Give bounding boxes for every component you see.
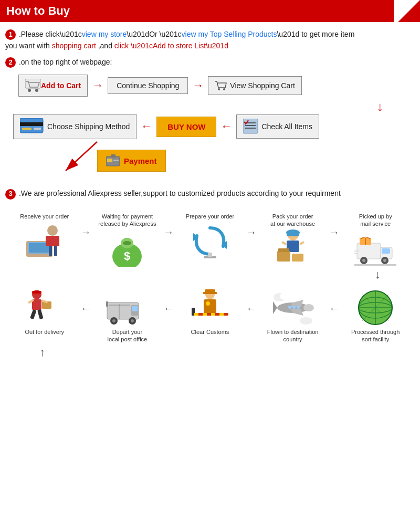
step1-line2: you want with (5, 41, 52, 50)
arrow1: → (92, 79, 103, 92)
process-arrow3: → (246, 226, 257, 238)
continue-shopping-button[interactable]: Continue Shopping (108, 77, 188, 94)
svg-rect-82 (203, 313, 207, 316)
process-arrow8: ← (329, 302, 339, 315)
process-label-prepare: Prepare your order (186, 213, 234, 220)
svg-point-94 (280, 292, 290, 300)
process-row1: Receive your order → Wai (8, 211, 412, 267)
process-item-delivery: Out for delivery (10, 287, 79, 336)
svg-rect-41 (278, 248, 289, 252)
arrow3: ← (141, 120, 152, 133)
svg-point-90 (297, 306, 300, 309)
money-bag-icon: $ (106, 227, 148, 267)
down-arrow: ↓ (377, 99, 383, 114)
svg-rect-39 (277, 251, 290, 262)
svg-rect-43 (299, 241, 304, 245)
process-arrow6: ← (163, 302, 174, 315)
process-item-customs: Clear Customs (176, 287, 244, 336)
check-all-button[interactable]: Check All Items (236, 114, 319, 139)
step3-text: 3 .We are professional Aliexpress seller… (5, 187, 415, 199)
svg-point-95 (300, 317, 312, 325)
svg-rect-60 (30, 309, 37, 319)
svg-point-30 (123, 241, 131, 245)
page-header: How to Buy (0, 0, 420, 22)
delivery-person-icon (24, 287, 66, 326)
arrow4: ← (220, 120, 232, 133)
process-item-flight: Flown to destinationcountry (259, 287, 327, 343)
up-arrow-left: ↑ (8, 346, 412, 359)
svg-rect-40 (292, 254, 303, 262)
choose-shipping-label: Choose Shipping Method (47, 122, 130, 131)
svg-rect-77 (204, 299, 216, 314)
buy-now-label: BUY NOW (167, 122, 205, 131)
step1-end: \u201d to get more item (277, 30, 354, 38)
svg-rect-61 (37, 309, 43, 319)
step1-text: 1 .Please click\u201cview my store\u201d… (5, 28, 415, 52)
process-arrow4: → (329, 226, 339, 238)
choose-shipping-button[interactable]: Choose Shipping Method (13, 114, 136, 139)
process-item-sort: Processed throughsort facility (341, 287, 410, 343)
svg-point-3 (218, 88, 220, 90)
svg-rect-25 (54, 246, 57, 256)
svg-point-2 (35, 89, 38, 92)
process-arrow2: → (163, 226, 174, 238)
top-selling-link[interactable]: view my Top Selling Products (182, 30, 277, 38)
globe-icon (354, 287, 396, 326)
svg-text:$: $ (124, 249, 130, 263)
svg-rect-83 (211, 313, 215, 316)
process-arrow5: ← (81, 302, 91, 315)
svg-rect-24 (49, 246, 52, 256)
arrow2: → (192, 79, 204, 92)
add-to-cart-button[interactable]: Add to Cart (18, 75, 88, 97)
flow-row1: Add to Cart → Continue Shopping → View S… (8, 75, 412, 97)
svg-rect-76 (203, 292, 217, 294)
buy-now-button[interactable]: BUY NOW (156, 117, 216, 137)
add-to-cart-label: Add to Cart (41, 81, 81, 90)
process-item-postoffice: Depart yourlocal post office (93, 287, 162, 343)
down-arrow-right: ↓ (8, 268, 412, 281)
process-item-pack: Pack your orderat our warehouse (259, 211, 327, 267)
flow-diagram: Add to Cart → Continue Shopping → View S… (5, 72, 415, 174)
process-item-pickup: Picked up bymail service (341, 211, 410, 267)
svg-rect-37 (287, 234, 299, 236)
svg-rect-84 (219, 313, 224, 316)
step2-text: 2 .on the top right of webpage: (5, 56, 415, 68)
svg-point-91 (292, 306, 296, 309)
process-label-customs: Clear Customs (191, 328, 229, 336)
receive-order-icon (24, 220, 66, 259)
svg-marker-87 (273, 301, 277, 314)
process-label-flight: Flown to destinationcountry (267, 328, 319, 343)
cart-icon (25, 79, 41, 92)
svg-line-14 (66, 142, 97, 171)
step1-and: ,and (96, 41, 114, 50)
add-to-list-link[interactable]: click \u201cAdd to store List\u201d (114, 41, 228, 50)
process-flow: Receive your order → Wai (5, 208, 415, 363)
process-item-prepare: Prepare your order (176, 211, 244, 259)
svg-point-22 (47, 225, 58, 236)
svg-point-92 (288, 306, 291, 309)
process-row2: Out for delivery ← (8, 287, 412, 343)
svg-point-4 (223, 88, 225, 90)
view-shopping-cart-label: View Shopping Cart (230, 81, 295, 90)
view-cart-icon (215, 80, 227, 91)
down-arrow-container: ↓ (8, 99, 412, 114)
svg-rect-53 (354, 264, 396, 266)
diag-arrow-svg (13, 139, 181, 176)
svg-rect-66 (132, 306, 138, 311)
svg-rect-73 (106, 301, 108, 307)
svg-point-48 (362, 259, 365, 262)
svg-rect-42 (281, 241, 287, 245)
svg-point-50 (383, 259, 386, 262)
check-all-label: Check All Items (261, 122, 312, 131)
step3-desc: .We are professional Aliexpress seller,s… (19, 189, 341, 197)
svg-rect-46 (382, 248, 390, 254)
delivery-truck-icon (354, 227, 396, 267)
pack-order-icon (272, 227, 314, 267)
process-label-delivery: Out for delivery (25, 328, 65, 336)
view-store-link[interactable]: view my store (82, 30, 127, 38)
view-shopping-cart-button[interactable]: View Shopping Cart (208, 76, 301, 95)
step1-number: 1 (5, 29, 16, 40)
airplane-icon (272, 287, 314, 326)
process-label-waiting: Waiting for paymentreleased by Aliexpres… (98, 213, 156, 228)
shopping-cart-link[interactable]: shopping cart (52, 41, 96, 50)
